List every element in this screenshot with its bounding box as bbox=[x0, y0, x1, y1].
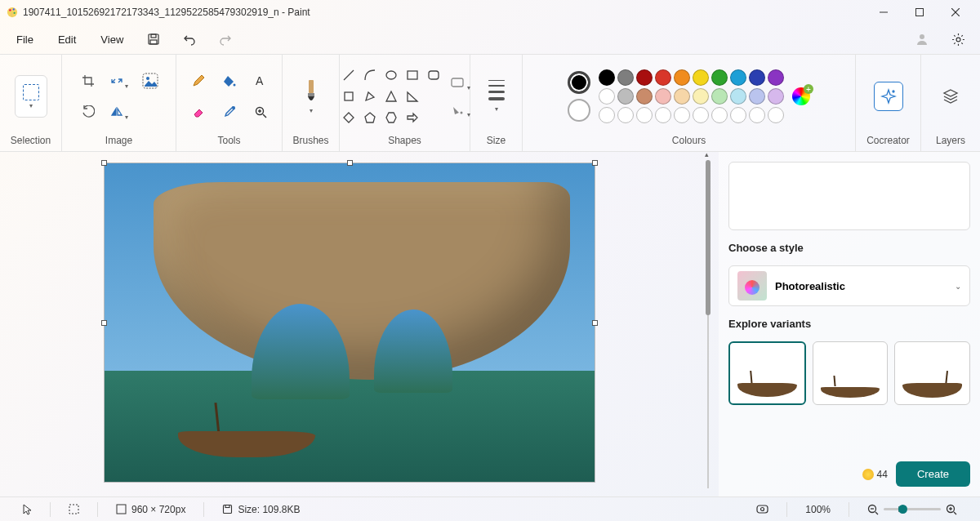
menu-file[interactable]: File bbox=[8, 30, 42, 49]
minimize-button[interactable] bbox=[866, 1, 902, 24]
save-button[interactable] bbox=[140, 25, 167, 53]
text-tool[interactable]: A bbox=[247, 67, 274, 95]
custom-color-slot[interactable] bbox=[636, 107, 653, 123]
svg-rect-35 bbox=[225, 505, 229, 508]
rotate-tool[interactable] bbox=[74, 98, 102, 126]
create-button[interactable]: Create bbox=[896, 461, 970, 487]
explore-variants-label: Explore variants bbox=[728, 318, 970, 330]
eraser-tool[interactable] bbox=[185, 98, 212, 126]
color-2[interactable] bbox=[568, 99, 590, 122]
color-swatch[interactable] bbox=[768, 69, 784, 86]
variant-3[interactable] bbox=[894, 341, 970, 405]
cocreator-button[interactable] bbox=[874, 82, 903, 111]
custom-color-slot[interactable] bbox=[711, 107, 728, 123]
variant-2[interactable] bbox=[813, 341, 889, 405]
svg-point-12 bbox=[956, 38, 960, 42]
custom-color-slot[interactable] bbox=[674, 107, 690, 123]
custom-color-slot[interactable] bbox=[617, 107, 634, 123]
color-swatch[interactable] bbox=[599, 69, 615, 86]
resize-handle[interactable] bbox=[592, 160, 598, 166]
color-swatch[interactable] bbox=[617, 88, 634, 105]
color-swatch[interactable] bbox=[655, 88, 671, 105]
pencil-tool[interactable] bbox=[185, 67, 212, 95]
color-swatch[interactable] bbox=[636, 69, 653, 86]
diamond-shape bbox=[340, 109, 358, 127]
account-icon[interactable] bbox=[908, 25, 936, 53]
size-dropdown[interactable] bbox=[488, 80, 505, 100]
style-dropdown[interactable]: Photorealistic ⌄ bbox=[728, 265, 970, 306]
color-swatch[interactable] bbox=[599, 88, 615, 105]
right-triangle-shape bbox=[403, 87, 421, 105]
color-1[interactable] bbox=[568, 71, 590, 94]
ribbon: ▾ Selection ▾ ▾ Image A T bbox=[0, 54, 980, 152]
canvas-scroll-area[interactable]: ▴ bbox=[0, 152, 719, 497]
resize-tool[interactable]: ▾ bbox=[105, 67, 133, 95]
color-swatch[interactable] bbox=[674, 88, 690, 105]
svg-line-39 bbox=[875, 512, 878, 514]
selection-tool[interactable]: ▾ bbox=[15, 75, 47, 118]
settings-icon[interactable] bbox=[944, 25, 972, 53]
color-swatch[interactable] bbox=[711, 69, 728, 86]
svg-rect-27 bbox=[429, 71, 439, 79]
color-swatch[interactable] bbox=[655, 69, 671, 86]
color-swatch[interactable] bbox=[617, 69, 634, 86]
maximize-button[interactable] bbox=[902, 1, 938, 24]
custom-color-slot[interactable] bbox=[749, 107, 765, 123]
vertical-scrollbar[interactable]: ▴ bbox=[704, 152, 712, 497]
custom-color-slot[interactable] bbox=[655, 107, 671, 123]
layers-button[interactable] bbox=[936, 82, 965, 111]
resize-handle[interactable] bbox=[101, 160, 107, 166]
color-swatch[interactable] bbox=[711, 88, 728, 105]
svg-text:A: A bbox=[256, 74, 264, 87]
shape-outline-dropdown[interactable]: ▾ bbox=[451, 74, 470, 91]
color-swatch[interactable] bbox=[749, 88, 765, 105]
color-swatch[interactable] bbox=[730, 88, 746, 105]
color-swatch[interactable] bbox=[730, 69, 746, 86]
zoom-out-button[interactable] bbox=[867, 504, 879, 515]
shapes-gallery[interactable] bbox=[340, 66, 443, 127]
svg-point-1 bbox=[9, 9, 11, 11]
svg-rect-26 bbox=[408, 71, 417, 79]
flip-tool[interactable]: ▾ bbox=[105, 98, 133, 126]
crop-tool[interactable] bbox=[74, 67, 102, 95]
redo-button[interactable] bbox=[212, 25, 239, 53]
remove-background-tool[interactable] bbox=[136, 67, 164, 95]
menu-view[interactable]: View bbox=[92, 30, 131, 49]
menu-edit[interactable]: Edit bbox=[50, 30, 84, 49]
shape-fill-dropdown[interactable]: ▾ bbox=[451, 101, 470, 118]
svg-point-31 bbox=[893, 91, 894, 92]
custom-color-slot[interactable] bbox=[730, 107, 746, 123]
resize-handle[interactable] bbox=[592, 320, 598, 326]
resize-handle[interactable] bbox=[101, 320, 107, 326]
canvas[interactable] bbox=[105, 163, 595, 482]
svg-line-42 bbox=[954, 512, 956, 514]
custom-color-slot[interactable] bbox=[768, 107, 784, 123]
zoom-slider[interactable] bbox=[884, 508, 941, 510]
close-button[interactable] bbox=[938, 1, 973, 24]
edit-colors-button[interactable] bbox=[792, 87, 810, 105]
fit-to-window-button[interactable] bbox=[745, 503, 780, 515]
color-swatch[interactable] bbox=[768, 88, 784, 105]
color-swatch[interactable] bbox=[749, 69, 765, 86]
color-swatch[interactable] bbox=[693, 69, 709, 86]
brush-tool[interactable]: ▾ bbox=[297, 76, 325, 117]
color-picker-tool[interactable] bbox=[216, 98, 243, 126]
magnifier-tool[interactable] bbox=[247, 98, 274, 126]
custom-color-slot[interactable] bbox=[599, 107, 615, 123]
undo-button[interactable] bbox=[176, 25, 203, 53]
coin-icon bbox=[862, 469, 874, 480]
color-swatch[interactable] bbox=[636, 88, 653, 105]
color-swatch[interactable] bbox=[674, 69, 690, 86]
custom-color-slot[interactable] bbox=[693, 107, 709, 123]
resize-handle[interactable] bbox=[347, 160, 353, 166]
fill-tool[interactable] bbox=[216, 67, 243, 95]
color-swatch[interactable] bbox=[693, 88, 709, 105]
ribbon-group-layers: Layers bbox=[936, 131, 965, 146]
title-bar: 1907411_10152692172173343_11295225854793… bbox=[0, 0, 980, 24]
svg-line-19 bbox=[263, 114, 266, 118]
prompt-textarea[interactable] bbox=[728, 162, 970, 230]
svg-rect-29 bbox=[452, 78, 463, 87]
zoom-in-button[interactable] bbox=[946, 504, 957, 515]
variant-1[interactable] bbox=[728, 341, 806, 405]
ribbon-group-colours: Colours bbox=[672, 131, 706, 146]
